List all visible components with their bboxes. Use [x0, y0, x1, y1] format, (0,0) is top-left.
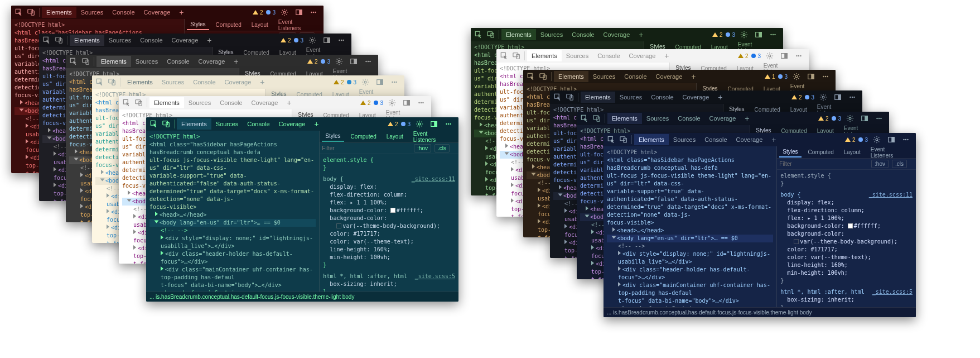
tab-console[interactable]: Console: [646, 92, 678, 103]
error-badge[interactable]: 3: [751, 53, 761, 59]
kebab-icon[interactable]: [847, 92, 858, 103]
device-icon[interactable]: [107, 77, 118, 88]
dock-icon[interactable]: [321, 35, 332, 46]
error-badge[interactable]: 3: [858, 137, 868, 143]
tab-coverage[interactable]: Coverage: [139, 7, 175, 18]
tab-console[interactable]: Console: [162, 56, 194, 67]
tab-elements[interactable]: Elements: [554, 71, 588, 82]
error-badge[interactable]: 3: [778, 74, 788, 80]
gear-icon[interactable]: [387, 97, 398, 108]
device-icon[interactable]: [133, 97, 144, 108]
inspect-icon[interactable]: [41, 35, 52, 46]
add-tab-icon[interactable]: +: [715, 92, 726, 103]
tab-elements[interactable]: Elements: [177, 118, 211, 130]
add-tab-icon[interactable]: +: [176, 7, 187, 18]
subtab-styles[interactable]: Styles: [187, 20, 209, 30]
tab-sources[interactable]: Sources: [104, 35, 136, 46]
add-tab-icon[interactable]: +: [635, 29, 646, 40]
tab-coverage[interactable]: Coverage: [167, 35, 203, 46]
subtab-computed[interactable]: Computed: [805, 147, 837, 157]
gear-icon[interactable]: [279, 7, 290, 18]
dock-icon[interactable]: [832, 92, 843, 103]
subtab-styles[interactable]: Styles: [322, 131, 344, 142]
tab-coverage[interactable]: Coverage: [732, 134, 767, 145]
dock-icon[interactable]: [805, 71, 817, 82]
tab-console[interactable]: Console: [673, 113, 704, 124]
subtab-layout[interactable]: Layout: [841, 147, 864, 157]
device-icon[interactable]: [485, 29, 496, 40]
kebab-icon[interactable]: [389, 77, 400, 88]
add-tab-icon[interactable]: +: [257, 77, 268, 88]
tab-console[interactable]: Console: [189, 77, 220, 88]
tab-coverage[interactable]: Coverage: [678, 92, 714, 103]
tab-sources[interactable]: Sources: [76, 7, 108, 18]
gear-icon[interactable]: [360, 77, 371, 88]
inspect-icon[interactable]: [68, 56, 79, 67]
tab-console[interactable]: Console: [108, 7, 139, 18]
inspect-icon[interactable]: [606, 134, 617, 145]
hov-toggle[interactable]: :hov: [871, 160, 889, 168]
tab-coverage[interactable]: Coverage: [651, 71, 687, 82]
kebab-icon[interactable]: [873, 113, 885, 124]
gear-icon[interactable]: [334, 56, 345, 67]
gear-icon[interactable]: [844, 113, 856, 124]
warning-badge[interactable]: 2: [388, 121, 398, 127]
device-icon[interactable]: [54, 35, 65, 46]
tab-elements[interactable]: Elements: [96, 56, 131, 67]
tab-elements[interactable]: Elements: [527, 50, 562, 61]
gear-icon[interactable]: [818, 92, 829, 103]
subtab-styles[interactable]: Styles: [779, 147, 801, 157]
inspect-icon[interactable]: [552, 92, 563, 103]
warning-badge[interactable]: 2: [845, 137, 856, 143]
tab-elements[interactable]: Elements: [149, 97, 184, 108]
inspect-icon[interactable]: [473, 29, 484, 40]
tab-console[interactable]: Console: [215, 97, 247, 108]
filter-input[interactable]: [322, 145, 411, 151]
cls-toggle[interactable]: .cls: [435, 144, 450, 152]
tab-coverage[interactable]: Coverage: [274, 118, 310, 130]
dock-icon[interactable]: [374, 77, 385, 88]
add-tab-icon[interactable]: +: [283, 97, 295, 108]
tab-elements[interactable]: Elements: [634, 134, 669, 145]
tab-elements[interactable]: Elements: [581, 92, 615, 103]
inspect-icon[interactable]: [121, 97, 132, 108]
error-badge[interactable]: 3: [347, 79, 356, 85]
kebab-icon[interactable]: [793, 50, 804, 61]
dock-icon[interactable]: [753, 29, 764, 40]
tab-sources[interactable]: Sources: [211, 118, 243, 130]
add-tab-icon[interactable]: +: [688, 71, 699, 82]
tab-coverage[interactable]: Coverage: [220, 77, 256, 88]
subtab-event-listeners[interactable]: Event Listeners: [275, 17, 318, 33]
tab-coverage[interactable]: Coverage: [705, 113, 741, 124]
error-badge[interactable]: 3: [266, 9, 276, 16]
device-icon[interactable]: [26, 7, 37, 18]
inspect-icon[interactable]: [525, 71, 537, 82]
kebab-icon[interactable]: [336, 35, 347, 46]
device-icon[interactable]: [618, 134, 629, 145]
tab-sources[interactable]: Sources: [157, 77, 189, 88]
error-badge[interactable]: 3: [321, 59, 330, 65]
subtab-computed[interactable]: Computed: [347, 132, 380, 141]
tab-sources[interactable]: Sources: [131, 56, 162, 67]
styles-panel[interactable]: element.style {} _site.scss:11 body { di…: [320, 154, 458, 292]
tab-console[interactable]: Console: [136, 35, 167, 46]
tab-sources[interactable]: Sources: [615, 92, 646, 103]
gear-icon[interactable]: [871, 134, 882, 145]
kebab-icon[interactable]: [363, 56, 374, 67]
warning-badge[interactable]: 2: [360, 100, 371, 106]
warning-badge[interactable]: 2: [712, 32, 723, 38]
add-tab-icon[interactable]: +: [741, 113, 752, 124]
warning-badge[interactable]: 2: [791, 94, 802, 101]
tab-sources[interactable]: Sources: [642, 113, 673, 124]
dock-icon[interactable]: [293, 7, 305, 18]
tab-sources[interactable]: Sources: [588, 71, 620, 82]
tab-sources[interactable]: Sources: [669, 134, 700, 145]
kebab-icon[interactable]: [308, 7, 319, 18]
warning-badge[interactable]: 2: [307, 59, 318, 65]
add-tab-icon[interactable]: +: [661, 50, 672, 61]
error-badge[interactable]: 3: [294, 37, 303, 44]
device-icon[interactable]: [161, 118, 172, 130]
tab-coverage[interactable]: Coverage: [599, 29, 635, 40]
device-icon[interactable]: [511, 50, 522, 61]
tab-console[interactable]: Console: [567, 29, 598, 40]
